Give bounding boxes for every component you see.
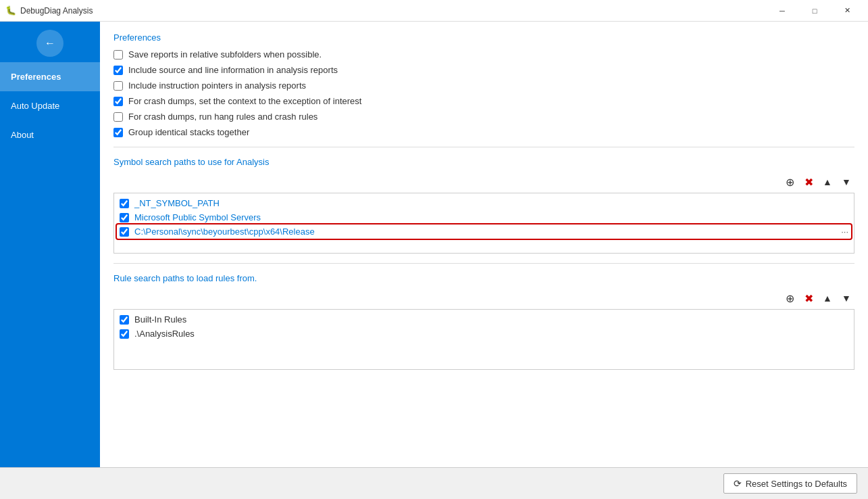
symbol-item-2-checkbox[interactable]	[120, 213, 129, 222]
rules-list-item-2[interactable]: .\AnalysisRules	[117, 327, 851, 341]
rules-add-button[interactable]: ⊕	[782, 290, 798, 306]
symbol-delete-button[interactable]: ✖	[800, 174, 817, 190]
title-bar-left: 🐛 DebugDiag Analysis	[5, 5, 93, 16]
checkbox-save-reports[interactable]	[113, 50, 123, 60]
rules-delete-button[interactable]: ✖	[800, 290, 817, 306]
symbol-item-1-label: _NT_SYMBOL_PATH	[134, 198, 848, 208]
divider-1	[113, 147, 854, 147]
reset-icon: ⟳	[734, 478, 742, 489]
rules-section-title: Rule search paths to load rules from.	[113, 273, 854, 283]
minimize-button[interactable]: ─	[767, 0, 798, 22]
title-bar: 🐛 DebugDiag Analysis ─ □ ✕	[0, 0, 868, 22]
title-bar-controls: ─ □ ✕	[767, 0, 863, 22]
checkbox-row-2: Include source and line information in a…	[113, 65, 854, 75]
checkbox-row-1: Save reports in relative subfolders when…	[113, 49, 854, 60]
symbol-down-button[interactable]: ▼	[838, 174, 854, 190]
sidebar-item-preferences[interactable]: Preferences	[0, 62, 100, 91]
symbol-list-item-2[interactable]: Microsoft Public Symbol Servers	[117, 210, 851, 224]
sidebar-item-auto-update[interactable]: Auto Update	[0, 91, 100, 120]
checkbox-row-5: For crash dumps, run hang rules and cras…	[113, 112, 854, 122]
back-button[interactable]: ←	[36, 30, 63, 57]
rules-down-button[interactable]: ▼	[838, 290, 854, 306]
app-title: DebugDiag Analysis	[20, 6, 93, 16]
checkbox-instruction-pointers-label[interactable]: Include instruction pointers in analysis…	[128, 80, 306, 91]
app-icon: 🐛	[5, 5, 16, 16]
checkbox-group-stacks-label[interactable]: Group identical stacks together	[128, 127, 249, 137]
rules-list-box: Built-In Rules .\AnalysisRules	[113, 309, 854, 370]
sidebar-item-about[interactable]: About	[0, 120, 100, 149]
checkbox-include-source-label[interactable]: Include source and line information in a…	[128, 65, 338, 75]
maximize-button[interactable]: □	[799, 0, 830, 22]
symbol-list-box: _NT_SYMBOL_PATH Microsoft Public Symbol …	[113, 193, 854, 254]
checkbox-hang-rules-label[interactable]: For crash dumps, run hang rules and cras…	[128, 112, 317, 122]
divider-2	[113, 263, 854, 264]
checkbox-group-stacks[interactable]	[113, 128, 123, 137]
symbol-list-item-3[interactable]: C:\Personal\sync\beyourbest\cpp\x64\Rele…	[117, 224, 851, 239]
reset-settings-label: Reset Settings to Defaults	[746, 479, 847, 489]
symbol-list-item-1[interactable]: _NT_SYMBOL_PATH	[117, 196, 851, 210]
symbol-section: Symbol search paths to use for Analysis …	[113, 157, 854, 254]
rules-list-item-1[interactable]: Built-In Rules	[117, 312, 851, 327]
checkbox-row-4: For crash dumps, set the context to the …	[113, 96, 854, 106]
footer: ⟳ Reset Settings to Defaults	[0, 467, 868, 499]
rules-item-1-checkbox[interactable]	[120, 315, 129, 325]
symbol-item-3-label: C:\Personal\sync\beyourbest\cpp\x64\Rele…	[134, 227, 836, 237]
checkbox-instruction-pointers[interactable]	[113, 81, 123, 91]
rules-item-2-checkbox[interactable]	[120, 329, 129, 339]
sidebar: ← Preferences Auto Update About	[0, 22, 100, 467]
checkbox-save-reports-label[interactable]: Save reports in relative subfolders when…	[128, 49, 322, 60]
symbol-list-toolbar: ⊕ ✖ ▲ ▼	[113, 174, 854, 190]
close-button[interactable]: ✕	[832, 0, 863, 22]
preferences-title: Preferences	[113, 32, 854, 43]
rules-section: Rule search paths to load rules from. ⊕ …	[113, 273, 854, 370]
symbol-item-3-ellipsis[interactable]: ···	[841, 227, 848, 237]
symbol-item-2-label: Microsoft Public Symbol Servers	[134, 212, 848, 222]
symbol-section-title: Symbol search paths to use for Analysis	[113, 157, 854, 167]
checkbox-row-3: Include instruction pointers in analysis…	[113, 80, 854, 91]
app-body: ← Preferences Auto Update About Preferen…	[0, 22, 868, 467]
checkbox-crash-context-label[interactable]: For crash dumps, set the context to the …	[128, 96, 361, 106]
checkbox-row-6: Group identical stacks together	[113, 127, 854, 137]
symbol-up-button[interactable]: ▲	[819, 174, 836, 190]
symbol-item-1-checkbox[interactable]	[120, 199, 129, 208]
checkbox-include-source[interactable]	[113, 66, 123, 75]
rules-up-button[interactable]: ▲	[819, 290, 836, 306]
checkbox-crash-context[interactable]	[113, 97, 123, 106]
content-area: Preferences Save reports in relative sub…	[100, 22, 868, 467]
rules-item-1-label: Built-In Rules	[134, 314, 848, 325]
checkbox-hang-rules[interactable]	[113, 112, 123, 122]
rules-item-2-label: .\AnalysisRules	[134, 329, 848, 339]
rules-list-toolbar: ⊕ ✖ ▲ ▼	[113, 290, 854, 306]
symbol-item-3-checkbox[interactable]	[120, 227, 129, 237]
reset-settings-button[interactable]: ⟳ Reset Settings to Defaults	[723, 473, 857, 494]
symbol-add-button[interactable]: ⊕	[782, 174, 798, 190]
